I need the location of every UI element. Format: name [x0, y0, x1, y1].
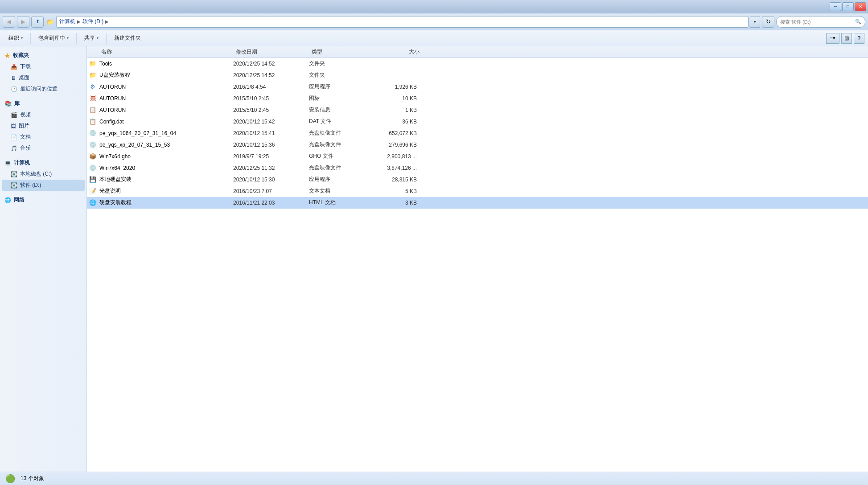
- refresh-button[interactable]: ↻: [762, 16, 774, 28]
- view-preview-button[interactable]: ▨: [841, 33, 852, 44]
- col-header-date[interactable]: 修改日期: [236, 48, 312, 56]
- file-date: 2016/1/8 4:54: [233, 84, 309, 90]
- file-size: 279,696 KB: [371, 142, 420, 148]
- sidebar-item-documents[interactable]: 📄 文档: [2, 132, 85, 143]
- file-icon: 💾: [89, 176, 97, 184]
- sidebar-item-d-drive[interactable]: 💽 软件 (D:): [2, 180, 85, 191]
- col-header-type[interactable]: 类型: [312, 48, 374, 56]
- view-change-button[interactable]: ≡▾: [826, 33, 839, 44]
- library-header[interactable]: 📚 库: [2, 98, 85, 109]
- file-icon: 🌐: [89, 199, 97, 207]
- file-size: 5 KB: [371, 188, 420, 194]
- file-name: U盘安装教程: [99, 71, 233, 79]
- file-date: 2020/10/12 15:30: [233, 177, 309, 183]
- file-size: 10 KB: [371, 95, 420, 102]
- col-header-name[interactable]: 名称: [89, 48, 236, 56]
- sidebar-item-video[interactable]: 🎬 视频: [2, 109, 85, 120]
- table-row[interactable]: 🖼 AUTORUN 2015/5/10 2:45 图标 10 KB: [87, 93, 868, 104]
- up-button[interactable]: ⬆: [31, 16, 44, 28]
- pictures-icon: 🖼: [11, 123, 16, 129]
- c-drive-icon: 💽: [11, 171, 17, 177]
- table-row[interactable]: 📋 AUTORUN 2015/5/10 2:45 安装信息 1 KB: [87, 104, 868, 116]
- table-row[interactable]: 💿 Win7x64_2020 2020/12/25 11:32 光盘映像文件 3…: [87, 162, 868, 174]
- network-header[interactable]: 🌐 网络: [2, 194, 85, 206]
- path-sep-1: ▶: [77, 19, 81, 24]
- file-type: 应用程序: [309, 176, 371, 183]
- maximize-button[interactable]: □: [842, 2, 854, 11]
- col-header-size[interactable]: 大小: [374, 48, 423, 56]
- address-path[interactable]: 计算机 ▶ 软件 (D:) ▶: [56, 16, 749, 28]
- table-row[interactable]: 💿 pe_yqs_xp_20_07_31_15_53 2020/10/12 15…: [87, 139, 868, 151]
- organize-button[interactable]: 组织 ▾: [4, 32, 28, 45]
- file-type: 应用程序: [309, 83, 371, 90]
- music-icon: 🎵: [11, 145, 17, 152]
- include-library-button[interactable]: 包含到库中 ▾: [33, 32, 74, 45]
- documents-label: 文档: [20, 133, 31, 141]
- sidebar-item-pictures[interactable]: 🖼 图片: [2, 120, 85, 132]
- favorites-header[interactable]: ★ 收藏夹: [2, 50, 85, 61]
- file-name: AUTORUN: [99, 95, 233, 102]
- help-button[interactable]: ?: [854, 33, 864, 44]
- path-drive[interactable]: 软件 (D:): [82, 18, 103, 25]
- status-app-icon: 🟢: [5, 474, 15, 484]
- new-folder-button[interactable]: 新建文件夹: [109, 32, 146, 45]
- file-date: 2020/10/12 15:36: [233, 142, 309, 148]
- favorites-section: ★ 收藏夹 📥 下载 🖥 桌面 🕐 最近访问的位置: [2, 50, 85, 95]
- address-dropdown-button[interactable]: ▾: [750, 16, 760, 28]
- forward-button[interactable]: ▶: [17, 16, 29, 28]
- file-type: 文件夹: [309, 71, 371, 79]
- table-row[interactable]: 📋 Config.dat 2020/10/12 15:42 DAT 文件 36 …: [87, 116, 868, 127]
- table-row[interactable]: 📁 Tools 2020/12/25 14:52 文件夹: [87, 58, 868, 70]
- desktop-label: 桌面: [19, 74, 29, 82]
- organize-arrow: ▾: [21, 36, 23, 40]
- file-size: 1,926 KB: [371, 84, 420, 90]
- d-drive-icon: 💽: [11, 182, 17, 189]
- table-row[interactable]: 💾 本地硬盘安装 2020/10/12 15:30 应用程序 28,315 KB: [87, 174, 868, 185]
- include-library-label: 包含到库中: [38, 34, 65, 42]
- file-icon: 💿: [89, 129, 97, 137]
- search-input[interactable]: [780, 19, 853, 25]
- table-row[interactable]: 💿 pe_yqs_1064_20_07_31_16_04 2020/10/12 …: [87, 127, 868, 139]
- computer-icon: 💻: [4, 160, 11, 166]
- toolbar-sep-2: [76, 33, 77, 44]
- table-row[interactable]: ⚙ AUTORUN 2016/1/8 4:54 应用程序 1,926 KB: [87, 81, 868, 93]
- star-icon: ★: [4, 52, 10, 59]
- sidebar-item-music[interactable]: 🎵 音乐: [2, 143, 85, 154]
- table-row[interactable]: 📝 光盘说明 2016/10/23 7:07 文本文档 5 KB: [87, 185, 868, 197]
- file-icon: 📁: [89, 71, 97, 79]
- file-date: 2020/10/12 15:42: [233, 119, 309, 125]
- share-button[interactable]: 共享 ▾: [79, 32, 103, 45]
- organize-label: 组织: [8, 34, 19, 42]
- pictures-label: 图片: [19, 122, 29, 130]
- file-name: Win7x64_2020: [99, 165, 233, 171]
- minimize-button[interactable]: ─: [830, 2, 841, 11]
- sidebar-item-downloads[interactable]: 📥 下载: [2, 61, 85, 72]
- close-button[interactable]: ✕: [855, 2, 866, 11]
- toolbar-sep-3: [106, 33, 107, 44]
- search-icon: 🔍: [855, 19, 861, 25]
- sidebar-item-desktop[interactable]: 🖥 桌面: [2, 72, 85, 83]
- file-date: 2019/9/7 19:25: [233, 153, 309, 160]
- network-section: 🌐 网络: [2, 194, 85, 206]
- table-row[interactable]: 📦 Win7x64.gho 2019/9/7 19:25 GHO 文件 2,90…: [87, 151, 868, 162]
- file-icon: 🖼: [89, 95, 97, 103]
- back-button[interactable]: ◀: [3, 16, 15, 28]
- sidebar-item-recent[interactable]: 🕐 最近访问的位置: [2, 83, 85, 95]
- include-arrow: ▾: [67, 36, 69, 40]
- table-row[interactable]: 🌐 硬盘安装教程 2016/11/21 22:03 HTML 文档 3 KB: [87, 197, 868, 209]
- file-name: AUTORUN: [99, 84, 233, 90]
- computer-header[interactable]: 💻 计算机: [2, 157, 85, 169]
- path-computer[interactable]: 计算机: [59, 18, 75, 25]
- file-list: 📁 Tools 2020/12/25 14:52 文件夹 📁 U盘安装教程 20…: [87, 58, 868, 472]
- path-sep-2: ▶: [105, 19, 109, 24]
- search-box: 🔍: [776, 16, 865, 28]
- file-type: 光盘映像文件: [309, 129, 371, 137]
- file-type: 文件夹: [309, 60, 371, 67]
- sidebar-item-c-drive[interactable]: 💽 本地磁盘 (C:): [2, 169, 85, 180]
- library-section: 📚 库 🎬 视频 🖼 图片 📄 文档 🎵 音乐: [2, 98, 85, 154]
- file-icon: ⚙: [89, 83, 97, 91]
- d-drive-label: 软件 (D:): [20, 181, 41, 189]
- table-row[interactable]: 📁 U盘安装教程 2020/12/25 14:52 文件夹: [87, 70, 868, 81]
- file-date: 2020/10/12 15:41: [233, 130, 309, 136]
- share-label: 共享: [84, 34, 95, 42]
